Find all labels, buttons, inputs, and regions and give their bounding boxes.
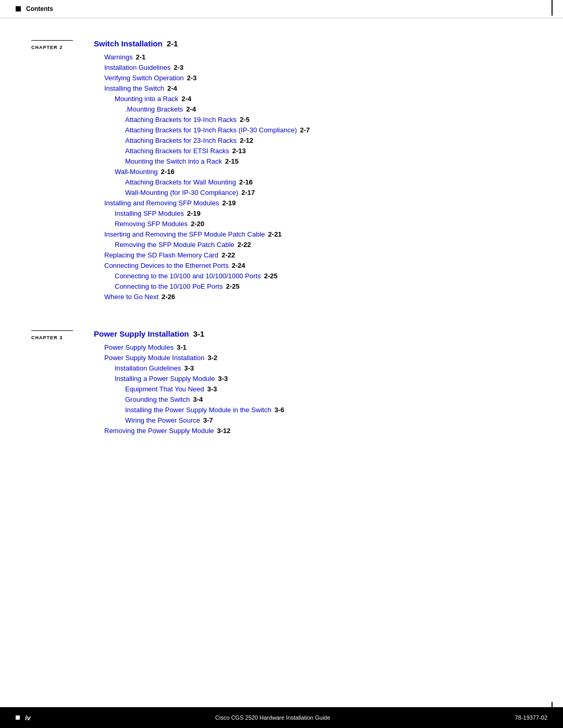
- toc-entry-inserting-sfp-patch: Inserting and Removing the SFP Module Pa…: [94, 230, 532, 238]
- toc-page-installing-psm-in-switch: 3-6: [274, 406, 284, 414]
- toc-link-installing-sfp[interactable]: Installing SFP Modules: [115, 209, 184, 217]
- toc-page-inserting-sfp-patch: 2-21: [268, 230, 282, 238]
- chapter-2-block: CHAPTER 2 Switch Installation 2-1 Warnin…: [31, 39, 532, 303]
- toc-link-wall-mounting-ip30[interactable]: Wall-Mounting (for IP-30 Compliance): [125, 189, 238, 196]
- toc-link-removing-sfp[interactable]: Removing SFP Modules: [115, 220, 188, 228]
- toc-page-installing-psm: 3-3: [218, 375, 228, 382]
- toc-link-replacing-sd[interactable]: Replacing the SD Flash Memory Card: [104, 251, 218, 259]
- toc-page-psm-installation: 3-2: [207, 354, 217, 362]
- toc-entry-wiring-power: Wiring the Power Source 3-7: [94, 416, 532, 424]
- toc-entry-attaching-etsi: Attaching Brackets for ETSI Racks 2-13: [94, 147, 532, 155]
- toc-link-power-supply-modules[interactable]: Power Supply Modules: [104, 343, 174, 351]
- toc-entry-grounding-switch: Grounding the Switch 3-4: [94, 396, 532, 403]
- toc-entry-connecting-10-100: Connecting to the 10/100 and 10/100/1000…: [94, 272, 532, 280]
- toc-page-removing-sfp-patch: 2-22: [238, 241, 251, 249]
- toc-link-connecting-10-100[interactable]: Connecting to the 10/100 and 10/100/1000…: [115, 272, 261, 280]
- toc-page-attaching-19inch: 2-5: [240, 116, 250, 124]
- chapter-3-label-area: CHAPTER 3: [31, 329, 94, 437]
- toc-entry-installing-psm-in-switch: Installing the Power Supply Module in th…: [94, 406, 532, 414]
- toc-page-where-to-go: 2-26: [162, 293, 175, 301]
- toc-link-installing-removing-sfp[interactable]: Installing and Removing SFP Modules: [104, 199, 219, 207]
- toc-link-verifying[interactable]: Verifying Switch Operation: [104, 74, 183, 82]
- toc-page-warnings: 2-1: [136, 53, 145, 61]
- toc-entry-where-to-go: Where to Go Next 2-26: [94, 293, 532, 301]
- toc-link-attaching-19inch[interactable]: Attaching Brackets for 19-Inch Racks: [125, 116, 237, 124]
- page-container: Contents CHAPTER 2 Switch Installation 2…: [0, 0, 563, 728]
- chapter-3-label: CHAPTER: [31, 335, 58, 340]
- toc-link-psm-installation[interactable]: Power Supply Module Installation: [104, 354, 204, 362]
- toc-link-connecting-ethernet[interactable]: Connecting Devices to the Ethernet Ports: [104, 262, 228, 269]
- toc-link-attaching-etsi[interactable]: Attaching Brackets for ETSI Racks: [125, 147, 229, 155]
- toc-page-installing-switch: 2-4: [167, 84, 177, 92]
- toc-page-connecting-10-100: 2-25: [264, 272, 277, 280]
- toc-entry-connecting-ethernet: Connecting Devices to the Ethernet Ports…: [94, 262, 532, 269]
- toc-page-wiring-power: 3-7: [203, 416, 213, 424]
- toc-link-attaching-19inch-ip30[interactable]: Attaching Brackets for 19-Inch Racks (IP…: [125, 126, 297, 134]
- footer-square-icon: [16, 715, 20, 720]
- toc-page-connecting-poe: 2-25: [226, 282, 239, 290]
- toc-page-grounding-switch: 3-4: [193, 396, 203, 403]
- footer-doc-number: 78-19377-02: [515, 714, 547, 721]
- toc-page-verifying: 2-3: [187, 74, 197, 82]
- toc-link-install-guidelines-ch3[interactable]: Installation Guidelines: [115, 364, 181, 372]
- toc-link-mounting-brackets[interactable]: .Mounting Brackets: [125, 105, 183, 113]
- toc-page-attaching-wall: 2-16: [239, 178, 253, 186]
- chapter-3-title-entry: Power Supply Installation 3-1: [94, 329, 532, 338]
- toc-link-connecting-poe[interactable]: Connecting to the 10/100 PoE Ports: [115, 282, 223, 290]
- toc-page-attaching-23inch: 2-12: [240, 137, 253, 144]
- toc-page-replacing-sd: 2-22: [222, 251, 235, 259]
- toc-page-wall-mounting-ip30: 2-17: [241, 189, 255, 196]
- toc-entry-connecting-poe: Connecting to the 10/100 PoE Ports 2-25: [94, 282, 532, 290]
- toc-link-installation-guidelines[interactable]: Installation Guidelines: [104, 64, 170, 71]
- toc-link-mounting-switch-rack[interactable]: Mounting the Switch into a Rack: [125, 157, 222, 165]
- toc-link-installing-psm[interactable]: Installing a Power Supply Module: [115, 375, 215, 382]
- toc-link-attaching-wall[interactable]: Attaching Brackets for Wall Mounting: [125, 178, 236, 186]
- toc-entry-attaching-wall: Attaching Brackets for Wall Mounting 2-1…: [94, 178, 532, 186]
- toc-entry-installing-psm: Installing a Power Supply Module 3-3: [94, 375, 532, 382]
- chapter-3-title-link[interactable]: Power Supply Installation: [94, 329, 189, 338]
- toc-page-connecting-ethernet: 2-24: [231, 262, 245, 269]
- footer-page-number: iv: [25, 714, 31, 722]
- toc-entry-verifying: Verifying Switch Operation 2-3: [94, 74, 532, 82]
- toc-link-where-to-go[interactable]: Where to Go Next: [104, 293, 158, 301]
- toc-page-install-guidelines-ch3: 3-3: [184, 364, 194, 372]
- toc-entry-wall-mounting: Wall-Mounting 2-16: [94, 168, 532, 176]
- toc-entry-installation-guidelines: Installation Guidelines 2-3: [94, 64, 532, 71]
- toc-link-inserting-sfp-patch[interactable]: Inserting and Removing the SFP Module Pa…: [104, 230, 265, 238]
- main-content: CHAPTER 2 Switch Installation 2-1 Warnin…: [0, 18, 563, 495]
- toc-entry-installing-sfp: Installing SFP Modules 2-19: [94, 209, 532, 217]
- toc-entry-removing-psm: Removing the Power Supply Module 3-12: [94, 427, 532, 435]
- chapter-2-title-link[interactable]: Switch Installation: [94, 39, 163, 48]
- toc-page-installation-guidelines: 2-3: [174, 64, 183, 71]
- toc-link-warnings[interactable]: Warnings: [104, 53, 132, 61]
- toc-entry-attaching-23inch: Attaching Brackets for 23-Inch Racks 2-1…: [94, 137, 532, 144]
- header: Contents: [0, 0, 563, 18]
- toc-link-equipment-needed[interactable]: Equipment That You Need: [125, 385, 204, 393]
- toc-link-wall-mounting[interactable]: Wall-Mounting: [115, 168, 158, 176]
- toc-page-removing-sfp: 2-20: [191, 220, 204, 228]
- footer-left: iv: [16, 714, 31, 722]
- toc-link-removing-sfp-patch[interactable]: Removing the SFP Module Patch Cable: [115, 241, 235, 249]
- toc-page-power-supply-modules: 3-1: [177, 343, 187, 351]
- toc-entry-attaching-19inch-ip30: Attaching Brackets for 19-Inch Racks (IP…: [94, 126, 532, 134]
- toc-page-attaching-19inch-ip30: 2-7: [300, 126, 310, 134]
- footer-right-line: [552, 702, 553, 728]
- top-right-corner: [552, 0, 553, 16]
- footer-doc-title: Cisco CGS 2520 Hardware Installation Gui…: [215, 714, 331, 721]
- toc-entry-mounting-switch-rack: Mounting the Switch into a Rack 2-15: [94, 157, 532, 165]
- toc-link-mounting-rack[interactable]: Mounting into a Rack: [115, 95, 178, 103]
- toc-page-mounting-brackets: 2-4: [186, 105, 196, 113]
- toc-page-removing-psm: 3-12: [217, 427, 230, 435]
- chapter-3-content: Power Supply Installation 3-1 Power Supp…: [94, 329, 532, 437]
- toc-entry-replacing-sd: Replacing the SD Flash Memory Card 2-22: [94, 251, 532, 259]
- chapter-2-title-entry: Switch Installation 2-1: [94, 39, 532, 48]
- toc-link-attaching-23inch[interactable]: Attaching Brackets for 23-Inch Racks: [125, 137, 237, 144]
- toc-link-installing-switch[interactable]: Installing the Switch: [104, 84, 164, 92]
- toc-entry-psm-installation: Power Supply Module Installation 3-2: [94, 354, 532, 362]
- toc-link-removing-psm[interactable]: Removing the Power Supply Module: [104, 427, 214, 435]
- chapter-3-number: 3: [59, 335, 62, 340]
- toc-link-installing-psm-in-switch[interactable]: Installing the Power Supply Module in th…: [125, 406, 271, 414]
- toc-link-wiring-power[interactable]: Wiring the Power Source: [125, 416, 200, 424]
- toc-link-grounding-switch[interactable]: Grounding the Switch: [125, 396, 190, 403]
- header-title: Contents: [26, 5, 53, 13]
